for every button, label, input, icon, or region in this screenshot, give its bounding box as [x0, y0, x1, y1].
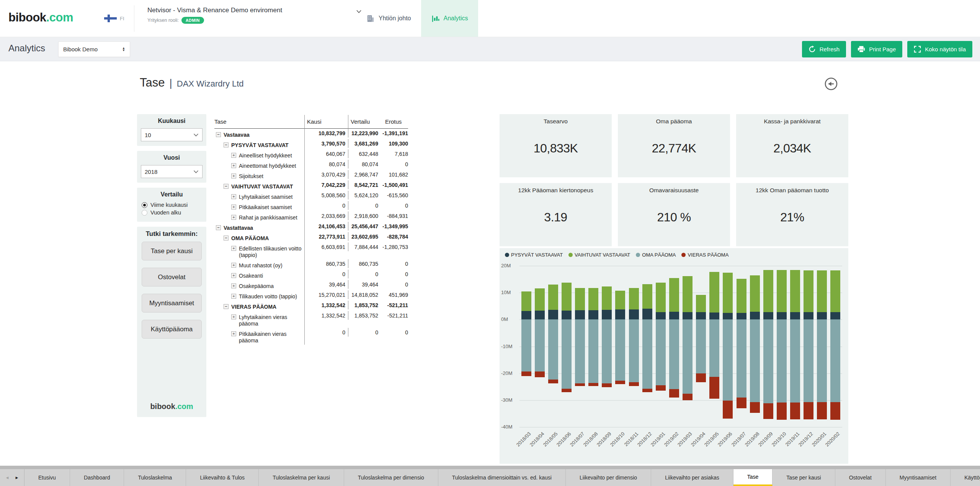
expand-icon[interactable]: +: [231, 331, 236, 336]
bar-segment-vaihtuvat-vastaavat[interactable]: [683, 276, 693, 312]
bar-segment-oma-p-oma[interactable]: [656, 319, 666, 385]
bar-segment-oma-p-oma[interactable]: [804, 319, 813, 402]
bottom-tab-tuloslaskelma-per-dimensio[interactable]: Tuloslaskelma per dimensio: [344, 469, 438, 486]
bar-segment-vieras-p-oma[interactable]: [817, 402, 827, 419]
radio-icon[interactable]: [142, 202, 147, 208]
fullscreen-button[interactable]: Koko näytön tila: [907, 41, 972, 57]
bar-segment-vieras-p-oma[interactable]: [709, 377, 719, 399]
bar-segment-vaihtuvat-vastaavat[interactable]: [817, 270, 827, 312]
bottom-tab-tuloslaskelma-dimensioittain-vs-ed-kausi[interactable]: Tuloslaskelma dimensioittain vs. ed. kau…: [438, 469, 566, 486]
bar-segment-oma-p-oma[interactable]: [683, 319, 693, 394]
bar-segment-vaihtuvat-vastaavat[interactable]: [709, 272, 719, 313]
company-selector[interactable]: Netvisor - Visma & Renance Demo envirome…: [147, 7, 362, 24]
bar-segment-pysyv-t-vastaavat[interactable]: [777, 312, 787, 319]
bar-segment-oma-p-oma[interactable]: [669, 319, 679, 389]
bar-segment-vieras-p-oma[interactable]: [723, 401, 733, 418]
bar-segment-vieras-p-oma[interactable]: [535, 371, 545, 377]
expand-icon[interactable]: +: [231, 283, 236, 288]
bottom-tab-k-ytt-p-oma[interactable]: Käyttöpääoma: [951, 469, 980, 486]
bar-segment-vieras-p-oma[interactable]: [615, 381, 625, 384]
bar-segment-pysyv-t-vastaavat[interactable]: [575, 310, 585, 319]
bar-segment-vaihtuvat-vastaavat[interactable]: [656, 283, 666, 312]
bar-segment-vaihtuvat-vastaavat[interactable]: [629, 288, 639, 309]
expand-icon[interactable]: +: [231, 273, 236, 278]
bar-segment-vaihtuvat-vastaavat[interactable]: [588, 288, 598, 310]
tab-yhtion-johto[interactable]: Yhtiön johto: [356, 0, 421, 37]
bar-segment-vaihtuvat-vastaavat[interactable]: [737, 279, 746, 313]
bar-segment-vieras-p-oma[interactable]: [521, 371, 531, 376]
report-select[interactable]: Bibook Demo ▲▼: [58, 41, 130, 57]
bar-segment-vaihtuvat-vastaavat[interactable]: [750, 275, 760, 312]
print-page-button[interactable]: Print Page: [851, 41, 902, 57]
bar-segment-oma-p-oma[interactable]: [588, 319, 598, 383]
bar-segment-oma-p-oma[interactable]: [817, 319, 827, 402]
bar-segment-vieras-p-oma[interactable]: [642, 389, 652, 392]
bar-segment-vaihtuvat-vastaavat[interactable]: [723, 273, 733, 313]
bottom-tab-ostovelat[interactable]: Ostovelat: [835, 469, 886, 486]
bar-segment-oma-p-oma[interactable]: [790, 319, 800, 403]
bar-segment-pysyv-t-vastaavat[interactable]: [817, 312, 827, 319]
bar-segment-pysyv-t-vastaavat[interactable]: [763, 312, 773, 319]
bar-segment-pysyv-t-vastaavat[interactable]: [588, 310, 598, 320]
bar-segment-oma-p-oma[interactable]: [615, 319, 625, 381]
bar-segment-pysyv-t-vastaavat[interactable]: [548, 310, 558, 319]
bar-segment-vaihtuvat-vastaavat[interactable]: [562, 283, 572, 311]
bar-segment-pysyv-t-vastaavat[interactable]: [656, 312, 666, 320]
bar-segment-oma-p-oma[interactable]: [562, 319, 572, 388]
bar-segment-pysyv-t-vastaavat[interactable]: [602, 310, 612, 319]
bar-segment-pysyv-t-vastaavat[interactable]: [669, 312, 679, 319]
collapse-icon[interactable]: −: [216, 225, 221, 230]
bar-segment-oma-p-oma[interactable]: [642, 319, 652, 389]
bar-segment-oma-p-oma[interactable]: [521, 319, 531, 371]
bar-segment-pysyv-t-vastaavat[interactable]: [521, 311, 531, 319]
bar-segment-vaihtuvat-vastaavat[interactable]: [830, 270, 840, 312]
collapse-icon[interactable]: −: [224, 236, 229, 241]
bar-segment-vaihtuvat-vastaavat[interactable]: [696, 295, 706, 312]
bottom-tab-tuloslaskelma[interactable]: Tuloslaskelma: [124, 469, 186, 486]
bar-segment-oma-p-oma[interactable]: [575, 319, 585, 383]
radio-icon[interactable]: [142, 210, 147, 216]
bar-segment-vieras-p-oma[interactable]: [683, 394, 693, 400]
bottom-tab-liikevaihto-per-asiakas[interactable]: Liikevaihto per asiakas: [651, 469, 733, 486]
expand-icon[interactable]: +: [231, 215, 236, 220]
bar-segment-vieras-p-oma[interactable]: [790, 403, 800, 419]
bar-segment-vieras-p-oma[interactable]: [830, 402, 840, 420]
expand-icon[interactable]: +: [231, 263, 236, 268]
bar-segment-oma-p-oma[interactable]: [723, 319, 733, 401]
bar-segment-vieras-p-oma[interactable]: [737, 398, 746, 408]
bottom-tab-myyntisaamiset[interactable]: Myyntisaamiset: [886, 469, 951, 486]
bottom-tab-tuloslaskelma-per-kausi[interactable]: Tuloslaskelma per kausi: [259, 469, 344, 486]
bar-segment-oma-p-oma[interactable]: [709, 319, 719, 376]
bar-segment-vaihtuvat-vastaavat[interactable]: [669, 278, 679, 312]
bar-segment-pysyv-t-vastaavat[interactable]: [709, 313, 719, 319]
collapse-icon[interactable]: −: [224, 304, 229, 309]
bar-segment-pysyv-t-vastaavat[interactable]: [683, 312, 693, 320]
bar-segment-vaihtuvat-vastaavat[interactable]: [615, 291, 625, 309]
bar-segment-oma-p-oma[interactable]: [548, 319, 558, 379]
bar-segment-vaihtuvat-vastaavat[interactable]: [521, 291, 531, 311]
expand-icon[interactable]: +: [231, 194, 236, 199]
year-select[interactable]: 2018: [141, 165, 203, 178]
company-name[interactable]: Netvisor - Visma & Renance Demo envirome…: [147, 7, 362, 14]
next-page-icon[interactable]: ►: [15, 475, 19, 480]
collapse-icon[interactable]: −: [216, 132, 221, 137]
bar-segment-vaihtuvat-vastaavat[interactable]: [763, 270, 773, 312]
bar-segment-vaihtuvat-vastaavat[interactable]: [535, 288, 545, 311]
expand-icon[interactable]: +: [231, 153, 236, 158]
prev-page-icon[interactable]: ◄: [5, 475, 10, 480]
explore-button-tase-per-kausi[interactable]: Tase per kausi: [142, 242, 202, 260]
bar-segment-pysyv-t-vastaavat[interactable]: [790, 312, 800, 319]
expand-icon[interactable]: +: [231, 294, 236, 299]
expand-icon[interactable]: +: [231, 314, 236, 319]
bar-segment-oma-p-oma[interactable]: [737, 319, 746, 397]
explore-button-ostovelat[interactable]: Ostovelat: [142, 268, 202, 286]
bar-segment-vaihtuvat-vastaavat[interactable]: [548, 285, 558, 310]
bar-segment-oma-p-oma[interactable]: [602, 319, 612, 383]
bar-segment-oma-p-oma[interactable]: [777, 319, 787, 403]
bar-segment-vieras-p-oma[interactable]: [602, 383, 612, 388]
bar-segment-vieras-p-oma[interactable]: [763, 403, 773, 419]
bar-segment-pysyv-t-vastaavat[interactable]: [642, 309, 652, 319]
bar-segment-vieras-p-oma[interactable]: [804, 402, 813, 419]
bar-segment-vieras-p-oma[interactable]: [588, 383, 598, 386]
bar-segment-vaihtuvat-vastaavat[interactable]: [790, 270, 800, 312]
